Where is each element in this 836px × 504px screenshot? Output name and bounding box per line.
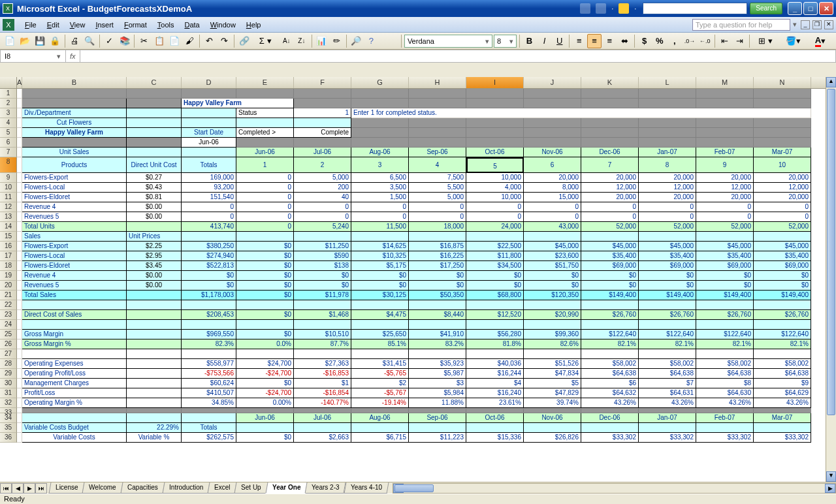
borders-icon[interactable]: ⊞ ▾ xyxy=(752,34,779,48)
currency-icon[interactable]: $ xyxy=(637,34,651,48)
cut-icon[interactable]: ✂ xyxy=(137,34,151,48)
help-icon[interactable]: ? xyxy=(364,34,378,48)
new-icon[interactable]: 📄 xyxy=(3,34,16,48)
standard-toolbar: 📄 📂 💾 🔒 🖨 🔍 ✓ 📚 ✂ 📋 📄 🖌 ↶ ↷ 🔗 Σ ▾ A↓ Z↓ … xyxy=(0,33,836,50)
open-icon[interactable]: 📂 xyxy=(18,34,31,48)
merge-center-icon[interactable]: ⬌ xyxy=(618,34,632,48)
spelling-icon[interactable]: ✓ xyxy=(103,34,116,48)
fill-color-icon[interactable]: 🪣▾ xyxy=(780,34,806,48)
sort-desc-icon[interactable]: Z↓ xyxy=(295,34,308,48)
print-preview-icon[interactable]: 🔍 xyxy=(83,34,97,48)
align-center-icon[interactable]: ≡ xyxy=(587,34,601,48)
increase-indent-icon[interactable]: ⇥ xyxy=(733,34,747,48)
align-left-icon[interactable]: ≡ xyxy=(572,34,586,48)
menu-window[interactable]: Window xyxy=(205,18,241,31)
undo-icon[interactable]: ↶ xyxy=(202,34,216,48)
paste-icon[interactable]: 📄 xyxy=(167,34,181,48)
increase-decimal-icon[interactable]: .0→ xyxy=(683,34,696,48)
menu-format[interactable]: Format xyxy=(119,18,152,31)
percent-icon[interactable]: % xyxy=(652,34,666,48)
menu-tools[interactable]: Tools xyxy=(152,18,180,31)
menu-help[interactable]: Help xyxy=(241,18,266,31)
messenger-icon[interactable] xyxy=(619,3,629,14)
doc-minimize-button[interactable]: _ xyxy=(801,20,810,29)
search-input[interactable] xyxy=(643,3,747,14)
align-right-icon[interactable]: ≡ xyxy=(603,34,617,48)
decrease-indent-icon[interactable]: ⇤ xyxy=(718,34,732,48)
hyperlink-icon[interactable]: 🔗 xyxy=(237,34,251,48)
format-painter-icon[interactable]: 🖌 xyxy=(183,34,197,48)
drawing-icon[interactable]: ✏ xyxy=(330,34,344,48)
doc-restore-button[interactable]: ❐ xyxy=(812,20,822,29)
autosum-icon[interactable]: Σ ▾ xyxy=(252,34,278,48)
save-icon[interactable]: 💾 xyxy=(33,34,46,48)
italic-icon[interactable]: I xyxy=(538,34,551,48)
menubar: X FileEditViewInsertFormatToolsDataWindo… xyxy=(0,17,836,33)
formula-input[interactable] xyxy=(80,52,835,60)
window-title: Microsoft Excel - BudgetForecastsXDemoA xyxy=(17,4,580,14)
msn-toolbar: · · xyxy=(580,3,636,14)
close-button[interactable]: ✕ xyxy=(819,2,833,15)
menu-view[interactable]: View xyxy=(65,18,91,31)
maximize-button[interactable]: □ xyxy=(803,2,818,15)
mail-icon[interactable] xyxy=(596,3,606,14)
name-box[interactable]: ▾ xyxy=(1,50,66,62)
redo-icon[interactable]: ↷ xyxy=(217,34,231,48)
control-menu-icon[interactable]: X xyxy=(3,19,14,31)
underline-icon[interactable]: U xyxy=(553,34,566,48)
font-name-selector[interactable]: Verdana ▾ xyxy=(404,35,492,48)
sort-asc-icon[interactable]: A↓ xyxy=(280,34,293,48)
excel-logo-icon: X xyxy=(3,3,13,14)
decrease-decimal-icon[interactable]: ←.0 xyxy=(698,34,712,48)
menu-edit[interactable]: Edit xyxy=(42,18,65,31)
menu-insert[interactable]: Insert xyxy=(90,18,119,31)
font-color-icon[interactable]: A▾ xyxy=(807,34,833,48)
window-titlebar: X Microsoft Excel - BudgetForecastsXDemo… xyxy=(0,0,836,17)
help-search-input[interactable]: Type a question for help xyxy=(692,19,790,31)
menu-data[interactable]: Data xyxy=(179,18,204,31)
copy-icon[interactable]: 📋 xyxy=(152,34,166,48)
name-box-input[interactable] xyxy=(5,50,57,62)
doc-close-button[interactable]: ✕ xyxy=(824,20,833,29)
fx-icon[interactable]: fx xyxy=(66,50,80,62)
search-area: Search xyxy=(643,3,782,14)
research-icon[interactable]: 📚 xyxy=(118,34,131,48)
chart-wizard-icon[interactable]: 📊 xyxy=(314,34,328,48)
permission-icon[interactable]: 🔒 xyxy=(48,34,61,48)
search-button[interactable]: Search xyxy=(750,3,782,14)
zoom-icon[interactable]: 🔎 xyxy=(349,34,363,48)
home-icon[interactable] xyxy=(580,3,590,14)
formula-bar: ▾ fx xyxy=(0,50,836,63)
minimize-button[interactable]: _ xyxy=(788,2,802,15)
menu-file[interactable]: File xyxy=(20,18,42,31)
comma-icon[interactable]: , xyxy=(667,34,681,48)
font-size-selector[interactable]: 8 ▾ xyxy=(494,35,517,48)
print-icon[interactable]: 🖨 xyxy=(68,34,82,48)
bold-icon[interactable]: B xyxy=(522,34,536,48)
